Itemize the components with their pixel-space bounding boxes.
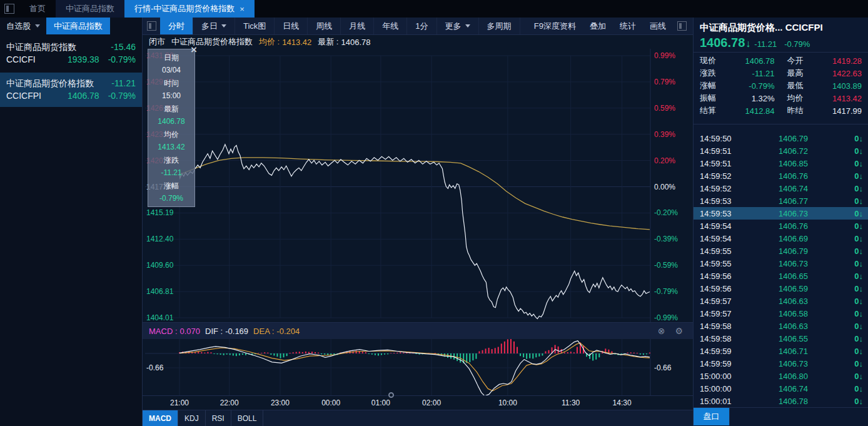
tape-row[interactable]: 14:59:581406.550↓ [694,332,868,345]
macd-hist-bar [223,353,225,355]
chart-column: 分时多日Tick图日线周线月线年线1分更多多周期 F9深度资料叠加统计画线 闭市… [143,18,693,426]
toolbar-统计[interactable]: 统计 [613,18,643,34]
panel-toggle-left-icon[interactable] [147,21,156,31]
quote-code: CCICFPI [785,22,823,33]
y-axis-percent-label: -0.20% [654,208,678,217]
tape-row[interactable]: 14:59:511406.720↓ [694,145,868,157]
toolbar-Tick图[interactable]: Tick图 [235,18,275,34]
tape-row[interactable]: 14:59:501406.790↓ [694,132,868,145]
quote-value: 1403.89 [814,81,862,91]
tape-time: 14:59:59 [700,347,749,356]
toolbar-叠加[interactable]: 叠加 [583,18,613,34]
toolbar-周线[interactable]: 周线 [308,18,341,34]
tape-row[interactable]: 14:59:541406.760↓ [694,220,868,232]
tape-row[interactable]: 14:59:581406.630↓ [694,320,868,332]
toolbar-1分[interactable]: 1分 [407,18,437,34]
macd-chart[interactable]: -0.66-0.66 [143,339,693,395]
toolbar-日线[interactable]: 日线 [275,18,308,34]
tape-price: 1406.80 [749,372,808,381]
tape-row[interactable]: 14:59:551406.730↓ [694,257,868,270]
period-toolbar: 分时多日Tick图日线周线月线年线1分更多多周期 F9深度资料叠加统计画线 [143,18,693,35]
quote-label: 昨结 [787,105,814,116]
macd-hist-bar [577,347,578,353]
tape-time: 14:59:54 [700,221,749,231]
tape-row[interactable]: 14:59:531406.770↓ [694,195,868,207]
tooltip-label: 均价 [148,128,194,141]
watchlist-group-dropdown[interactable]: 自选股 [0,18,45,34]
tape-row[interactable]: 14:59:511406.850↓ [694,157,868,170]
time-and-sales-list[interactable]: 14:59:501406.790↓14:59:511406.720↓14:59:… [694,132,868,407]
tape-row[interactable]: 14:59:591406.710↓ [694,345,868,357]
macd-hist-bar [315,352,316,353]
tape-price: 1406.58 [749,309,808,318]
tab-order-book[interactable]: 盘口 [694,408,730,425]
intraday-chart-area[interactable]: 1431.961429.171426.381423.581420.791417.… [143,49,693,322]
gear-icon[interactable]: ⚙ [675,326,683,336]
tape-row[interactable]: 15:00:001406.800↓ [694,370,868,382]
macd-value: 0.070 [180,327,201,336]
watchlist: 中证商品期货指数-15.46CCICFI1939.38-0.79%中证商品期货价… [0,36,142,107]
tape-time: 14:59:58 [700,334,749,343]
tape-row[interactable]: 14:59:521406.740↓ [694,182,868,195]
top-tab-1[interactable]: 中证商品指数 [56,0,124,18]
chevron-down-icon [221,24,226,28]
dea-line [179,343,650,391]
tooltip-close-icon[interactable]: × [191,44,197,55]
tape-row[interactable]: 14:59:551406.790↓ [694,245,868,257]
pane-resize-handle[interactable] [388,392,394,398]
toolbar-画线[interactable]: 画线 [643,18,673,34]
toolbar-更多[interactable]: 更多 [437,18,479,34]
macd-hist-bar [627,353,628,353]
tape-row[interactable]: 14:59:571406.630↓ [694,295,868,307]
tape-row[interactable]: 15:00:001406.740↓ [694,382,868,395]
toolbar-label: 多日 [201,21,218,32]
tape-row[interactable]: 14:59:561406.590↓ [694,282,868,295]
tape-row[interactable]: 14:59:591406.730↓ [694,357,868,370]
instrument-code: CCICFPI [6,89,41,102]
x-axis-tick-10:00: 10:00 [498,398,517,407]
top-tab-bar: 首页中证商品指数行情-中证商品期货价格指数× [0,0,868,18]
tape-time: 14:59:55 [700,259,749,268]
toolbar-label: 年线 [382,21,398,32]
toolbar-F9深度资料[interactable]: F9深度资料 [527,18,583,34]
tape-row[interactable]: 14:59:561406.650↓ [694,270,868,282]
quote-last-price: 1406.78 [700,34,745,51]
tab-indicator-BOLL[interactable]: BOLL [231,410,264,426]
tape-row[interactable]: 14:59:531406.730↓ [694,207,868,220]
toolbar-多日[interactable]: 多日 [193,18,235,34]
quote-grid-row: 现价1406.78今开1419.28 [700,54,862,67]
toolbar-多周期[interactable]: 多周期 [479,18,520,34]
toolbar-月线[interactable]: 月线 [341,18,374,34]
toolbar-年线[interactable]: 年线 [374,18,407,34]
tab-close-icon[interactable]: × [240,4,245,14]
tab-indicator-KDJ[interactable]: KDJ [178,410,206,426]
tape-row[interactable]: 14:59:541406.690↓ [694,232,868,245]
tab-indicator-MACD[interactable]: MACD [143,410,178,426]
price-chart[interactable]: 1431.961429.171426.381423.581420.791417.… [143,49,693,322]
macd-hist-bar [242,353,243,355]
macd-hist-bar [330,353,331,355]
tape-volume: 0↓ [844,246,863,256]
top-tab-0[interactable]: 首页 [19,0,56,18]
macd-hist-bar [475,353,477,359]
sidebar-tab-index-group[interactable]: 中证商品指数 [46,18,110,34]
macd-hist-bar [324,353,325,355]
tape-row[interactable]: 14:59:521406.760↓ [694,170,868,182]
top-tabs: 首页中证商品指数行情-中证商品期货价格指数× [19,0,255,18]
watchlist-item-CCICFPI[interactable]: 中证商品期货价格指数-11.21CCICFPI1406.78-0.79% [0,73,142,107]
panel-toggle-right-icon[interactable] [677,21,687,31]
macd-hist-bar [204,353,205,353]
tape-row[interactable]: 14:59:571406.580↓ [694,307,868,320]
window-layout-icon[interactable] [4,4,14,14]
toolbar-分时[interactable]: 分时 [160,18,193,34]
quote-value: 1.32% [726,94,775,103]
tape-price: 1406.63 [749,297,808,306]
top-tab-2[interactable]: 行情-中证商品期货价格指数× [124,0,255,18]
watchlist-item-CCICFI[interactable]: 中证商品期货指数-15.46CCICFI1939.38-0.79% [0,36,142,71]
x-axis-tick-11:30: 11:30 [562,398,580,407]
close-indicator-icon[interactable]: ⊗ [658,326,665,336]
macd-hist-bar [226,353,228,355]
quote-grid-row: 涨跌-11.21最高1422.63 [700,67,862,79]
tape-row[interactable]: 15:00:011406.780↓ [694,395,868,407]
tab-indicator-RSI[interactable]: RSI [206,410,231,426]
